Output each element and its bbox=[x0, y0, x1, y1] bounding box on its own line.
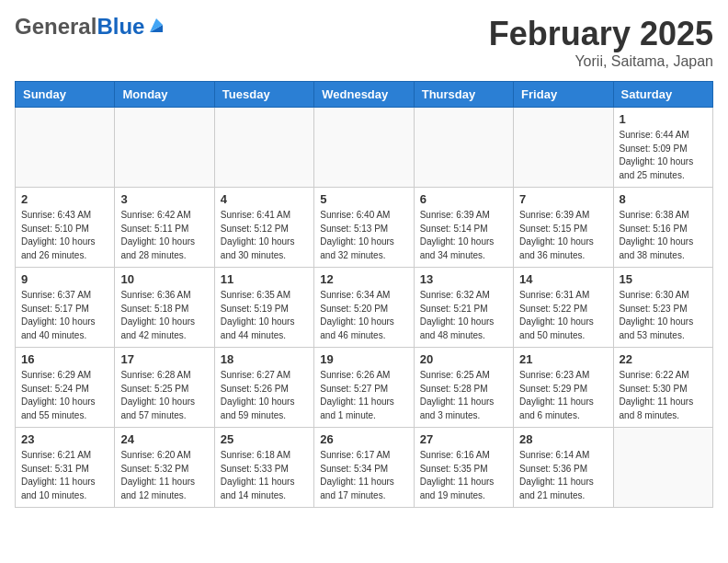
calendar-title: February 2025 bbox=[489, 15, 713, 53]
calendar-week-row: 9Sunrise: 6:37 AM Sunset: 5:17 PM Daylig… bbox=[16, 268, 713, 348]
calendar-cell bbox=[115, 108, 214, 188]
day-number: 13 bbox=[420, 272, 507, 286]
logo: GeneralBlue bbox=[15, 15, 166, 39]
day-info: Sunrise: 6:43 AM Sunset: 5:10 PM Dayligh… bbox=[21, 209, 108, 262]
calendar-cell: 26Sunrise: 6:17 AM Sunset: 5:34 PM Dayli… bbox=[314, 428, 414, 508]
day-number: 21 bbox=[519, 352, 607, 366]
day-info: Sunrise: 6:35 AM Sunset: 5:19 PM Dayligh… bbox=[221, 289, 308, 342]
day-info: Sunrise: 6:29 AM Sunset: 5:24 PM Dayligh… bbox=[21, 369, 108, 422]
day-info: Sunrise: 6:41 AM Sunset: 5:12 PM Dayligh… bbox=[221, 209, 308, 262]
day-number: 1 bbox=[620, 112, 707, 126]
calendar-cell bbox=[314, 108, 414, 188]
day-number: 8 bbox=[620, 192, 707, 206]
calendar-cell bbox=[16, 108, 115, 188]
day-number: 16 bbox=[21, 352, 108, 366]
calendar-week-row: 1Sunrise: 6:44 AM Sunset: 5:09 PM Daylig… bbox=[16, 108, 713, 188]
day-number: 26 bbox=[320, 432, 407, 446]
logo-text: GeneralBlue bbox=[15, 15, 144, 39]
day-info: Sunrise: 6:20 AM Sunset: 5:32 PM Dayligh… bbox=[120, 449, 208, 502]
day-header-monday: Monday bbox=[115, 82, 214, 108]
day-info: Sunrise: 6:37 AM Sunset: 5:17 PM Dayligh… bbox=[21, 289, 108, 342]
calendar-cell: 16Sunrise: 6:29 AM Sunset: 5:24 PM Dayli… bbox=[16, 348, 115, 428]
calendar-cell: 15Sunrise: 6:30 AM Sunset: 5:23 PM Dayli… bbox=[613, 268, 712, 348]
calendar-subtitle: Yorii, Saitama, Japan bbox=[489, 53, 713, 70]
calendar-cell: 9Sunrise: 6:37 AM Sunset: 5:17 PM Daylig… bbox=[16, 268, 115, 348]
day-info: Sunrise: 6:42 AM Sunset: 5:11 PM Dayligh… bbox=[120, 209, 208, 262]
day-number: 12 bbox=[320, 272, 407, 286]
day-number: 9 bbox=[21, 272, 108, 286]
calendar-cell: 19Sunrise: 6:26 AM Sunset: 5:27 PM Dayli… bbox=[314, 348, 414, 428]
calendar-cell: 2Sunrise: 6:43 AM Sunset: 5:10 PM Daylig… bbox=[16, 188, 115, 268]
day-info: Sunrise: 6:28 AM Sunset: 5:25 PM Dayligh… bbox=[120, 369, 208, 422]
day-header-tuesday: Tuesday bbox=[214, 82, 313, 108]
day-info: Sunrise: 6:31 AM Sunset: 5:22 PM Dayligh… bbox=[519, 289, 607, 342]
day-info: Sunrise: 6:34 AM Sunset: 5:20 PM Dayligh… bbox=[320, 289, 407, 342]
calendar-cell: 24Sunrise: 6:20 AM Sunset: 5:32 PM Dayli… bbox=[115, 428, 214, 508]
day-info: Sunrise: 6:39 AM Sunset: 5:14 PM Dayligh… bbox=[420, 209, 507, 262]
calendar-cell: 10Sunrise: 6:36 AM Sunset: 5:18 PM Dayli… bbox=[115, 268, 214, 348]
calendar-title-block: February 2025 Yorii, Saitama, Japan bbox=[489, 15, 713, 70]
day-number: 20 bbox=[420, 352, 507, 366]
day-info: Sunrise: 6:25 AM Sunset: 5:28 PM Dayligh… bbox=[420, 369, 507, 422]
day-number: 6 bbox=[420, 192, 507, 206]
calendar-cell bbox=[214, 108, 313, 188]
calendar-header-row: SundayMondayTuesdayWednesdayThursdayFrid… bbox=[16, 82, 713, 108]
day-number: 19 bbox=[320, 352, 407, 366]
day-info: Sunrise: 6:23 AM Sunset: 5:29 PM Dayligh… bbox=[519, 369, 607, 422]
calendar-cell: 6Sunrise: 6:39 AM Sunset: 5:14 PM Daylig… bbox=[414, 188, 513, 268]
day-header-sunday: Sunday bbox=[16, 82, 115, 108]
day-header-thursday: Thursday bbox=[414, 82, 513, 108]
day-number: 2 bbox=[21, 192, 108, 206]
day-number: 28 bbox=[519, 432, 607, 446]
day-number: 14 bbox=[519, 272, 607, 286]
calendar-cell: 25Sunrise: 6:18 AM Sunset: 5:33 PM Dayli… bbox=[214, 428, 313, 508]
calendar-cell: 20Sunrise: 6:25 AM Sunset: 5:28 PM Dayli… bbox=[414, 348, 513, 428]
calendar-cell: 21Sunrise: 6:23 AM Sunset: 5:29 PM Dayli… bbox=[514, 348, 613, 428]
day-info: Sunrise: 6:36 AM Sunset: 5:18 PM Dayligh… bbox=[120, 289, 208, 342]
day-info: Sunrise: 6:18 AM Sunset: 5:33 PM Dayligh… bbox=[221, 449, 308, 502]
day-info: Sunrise: 6:38 AM Sunset: 5:16 PM Dayligh… bbox=[620, 209, 707, 262]
day-number: 24 bbox=[120, 432, 208, 446]
day-number: 15 bbox=[620, 272, 707, 286]
calendar-cell: 12Sunrise: 6:34 AM Sunset: 5:20 PM Dayli… bbox=[314, 268, 414, 348]
logo-icon bbox=[146, 16, 166, 36]
calendar-cell: 3Sunrise: 6:42 AM Sunset: 5:11 PM Daylig… bbox=[115, 188, 214, 268]
calendar-cell: 22Sunrise: 6:22 AM Sunset: 5:30 PM Dayli… bbox=[613, 348, 712, 428]
day-info: Sunrise: 6:14 AM Sunset: 5:36 PM Dayligh… bbox=[519, 449, 607, 502]
day-number: 4 bbox=[221, 192, 308, 206]
day-number: 18 bbox=[221, 352, 308, 366]
day-number: 5 bbox=[320, 192, 407, 206]
day-info: Sunrise: 6:27 AM Sunset: 5:26 PM Dayligh… bbox=[221, 369, 308, 422]
calendar-cell: 27Sunrise: 6:16 AM Sunset: 5:35 PM Dayli… bbox=[414, 428, 513, 508]
day-number: 25 bbox=[221, 432, 308, 446]
calendar-cell: 4Sunrise: 6:41 AM Sunset: 5:12 PM Daylig… bbox=[214, 188, 313, 268]
day-info: Sunrise: 6:39 AM Sunset: 5:15 PM Dayligh… bbox=[519, 209, 607, 262]
day-number: 23 bbox=[21, 432, 108, 446]
calendar-cell: 13Sunrise: 6:32 AM Sunset: 5:21 PM Dayli… bbox=[414, 268, 513, 348]
day-number: 3 bbox=[120, 192, 208, 206]
day-number: 10 bbox=[120, 272, 208, 286]
calendar-cell: 18Sunrise: 6:27 AM Sunset: 5:26 PM Dayli… bbox=[214, 348, 313, 428]
day-info: Sunrise: 6:21 AM Sunset: 5:31 PM Dayligh… bbox=[21, 449, 108, 502]
calendar-cell bbox=[414, 108, 513, 188]
day-info: Sunrise: 6:16 AM Sunset: 5:35 PM Dayligh… bbox=[420, 449, 507, 502]
day-info: Sunrise: 6:40 AM Sunset: 5:13 PM Dayligh… bbox=[320, 209, 407, 262]
calendar-cell bbox=[514, 108, 613, 188]
day-header-wednesday: Wednesday bbox=[314, 82, 414, 108]
calendar-cell: 17Sunrise: 6:28 AM Sunset: 5:25 PM Dayli… bbox=[115, 348, 214, 428]
calendar-cell: 1Sunrise: 6:44 AM Sunset: 5:09 PM Daylig… bbox=[613, 108, 712, 188]
calendar-week-row: 23Sunrise: 6:21 AM Sunset: 5:31 PM Dayli… bbox=[16, 428, 713, 508]
day-number: 27 bbox=[420, 432, 507, 446]
day-info: Sunrise: 6:22 AM Sunset: 5:30 PM Dayligh… bbox=[620, 369, 707, 422]
calendar-week-row: 2Sunrise: 6:43 AM Sunset: 5:10 PM Daylig… bbox=[16, 188, 713, 268]
day-number: 7 bbox=[519, 192, 607, 206]
calendar-cell: 14Sunrise: 6:31 AM Sunset: 5:22 PM Dayli… bbox=[514, 268, 613, 348]
day-number: 17 bbox=[120, 352, 208, 366]
day-info: Sunrise: 6:30 AM Sunset: 5:23 PM Dayligh… bbox=[620, 289, 707, 342]
day-header-saturday: Saturday bbox=[613, 82, 712, 108]
calendar-table: SundayMondayTuesdayWednesdayThursdayFrid… bbox=[15, 81, 713, 508]
day-number: 22 bbox=[620, 352, 707, 366]
day-info: Sunrise: 6:44 AM Sunset: 5:09 PM Dayligh… bbox=[620, 129, 707, 182]
calendar-cell: 8Sunrise: 6:38 AM Sunset: 5:16 PM Daylig… bbox=[613, 188, 712, 268]
calendar-cell: 11Sunrise: 6:35 AM Sunset: 5:19 PM Dayli… bbox=[214, 268, 313, 348]
